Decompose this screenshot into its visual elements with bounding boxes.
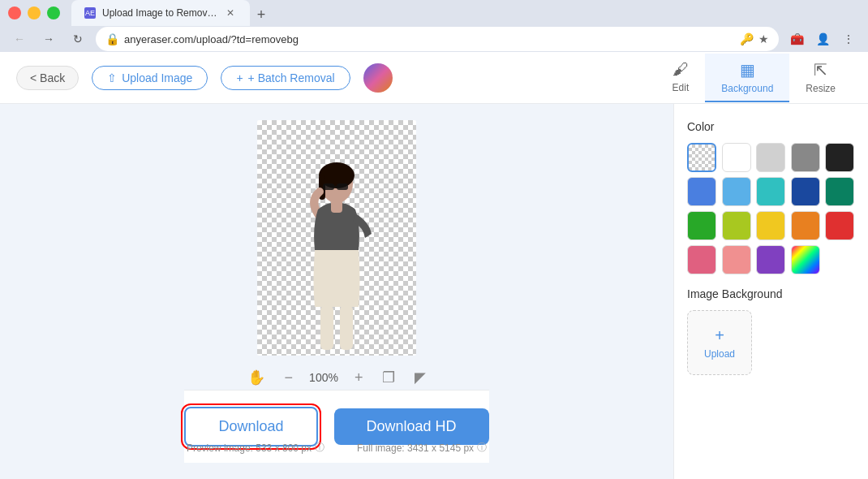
avatar[interactable] [363,63,393,93]
profile-button[interactable]: 👤 [811,28,834,50]
plus-icon: + [236,71,243,84]
background-label: Background [721,83,773,94]
image-background-section: Image Background + Upload [687,287,855,375]
color-yellow[interactable] [756,211,785,240]
svg-rect-7 [320,305,333,350]
upload-bg-text: Upload [704,348,735,360]
resize-tool[interactable]: ⇱ Resize [789,54,852,102]
color-skyblue[interactable] [722,177,751,206]
active-tab[interactable]: AE Upload Image to Remove Bg ✕ [71,0,250,26]
upload-image-button[interactable]: ⇧ Upload Image [92,66,208,90]
app-content: < Back ⇧ Upload Image + + Batch Removal … [0,52,868,479]
right-panel: Color [673,104,868,479]
zoom-level: 100% [309,371,338,384]
full-info: Full image: 3431 x 5145 px ⓘ [357,441,487,455]
background-icon: ▦ [740,60,755,80]
color-grid [687,143,855,274]
canvas-area: ✋ − 100% + ❐ ◤ Download Download HD Prev… [0,104,673,479]
svg-rect-3 [323,183,334,190]
preview-info-text: Preview image: 533 x 800 px [187,442,312,454]
svg-rect-6 [331,200,342,213]
tab-close-button[interactable]: ✕ [224,6,237,19]
full-info-icon: ⓘ [477,441,487,455]
browser-window: ✕ − □ AE Upload Image to Remove Bg ✕ + ←… [0,0,868,479]
upload-background-button[interactable]: + Upload [687,310,752,375]
nav-bar: ← → ↻ 🔒 anyeraser.com/upload/?td=removeb… [0,26,868,52]
svg-rect-4 [337,183,348,190]
color-black[interactable] [825,143,854,172]
upload-label: Upload Image [122,71,192,84]
color-lightgray[interactable] [756,143,785,172]
color-green[interactable] [687,211,716,240]
color-cornflower[interactable] [687,177,716,206]
new-tab-button[interactable]: + [250,3,273,26]
color-gray[interactable] [791,143,820,172]
maximize-window-button[interactable]: □ [47,6,60,19]
preview-info: Preview image: 533 x 800 px ⓘ [187,441,324,455]
edit-tool[interactable]: 🖌 Edit [656,54,706,102]
resize-label: Resize [806,83,836,94]
upload-icon: ⇧ [107,71,117,84]
tool-tabs: 🖌 Edit ▦ Background ⇱ Resize [656,54,852,102]
menu-button[interactable]: ⋮ [837,28,860,50]
canvas-toolbar: ✋ − 100% + ❐ ◤ [244,365,430,390]
forward-nav-button[interactable]: → [37,28,60,50]
split-view-button[interactable]: ◤ [411,365,429,390]
color-white[interactable] [722,143,751,172]
full-info-text: Full image: 3431 x 5145 px [357,442,474,454]
color-orange[interactable] [791,211,820,240]
bottom-bar: Download Download HD Preview image: 533 … [184,390,488,463]
resize-icon: ⇱ [814,60,827,80]
close-window-button[interactable]: ✕ [8,6,21,19]
color-red[interactable] [825,211,854,240]
upload-bg-icon: + [715,326,724,345]
batch-removal-button[interactable]: + + Batch Removal [221,66,350,90]
main-area: ✋ − 100% + ❐ ◤ Download Download HD Prev… [0,104,868,479]
title-bar: ✕ − □ AE Upload Image to Remove Bg ✕ + [0,0,868,26]
browser-actions: 🧰 👤 ⋮ [785,28,860,50]
batch-label: + Batch Removal [248,71,335,84]
canvas-background [257,120,416,356]
zoom-in-button[interactable]: + [351,366,367,390]
tab-bar: AE Upload Image to Remove Bg ✕ + [71,0,860,26]
color-lightpink[interactable] [722,245,751,274]
color-pink[interactable] [687,245,716,274]
tab-favicon: AE [84,7,96,19]
address-bar[interactable]: 🔒 anyeraser.com/upload/?td=removebg 🔑 ★ [96,27,779,51]
back-nav-button[interactable]: ← [8,28,31,50]
info-icon: ⓘ [315,441,324,455]
color-purple[interactable] [756,245,785,274]
image-container [257,120,416,356]
window-controls: ✕ − □ [8,6,60,19]
pan-tool-button[interactable]: ✋ [244,365,269,390]
background-tool[interactable]: ▦ Background [705,54,789,102]
svg-rect-8 [340,305,353,350]
color-section-title: Color [687,120,855,133]
person-image [284,161,389,356]
app-header: < Back ⇧ Upload Image + + Batch Removal … [0,52,868,104]
key-icon: 🔑 [740,32,754,45]
edit-label: Edit [672,82,690,93]
color-cyan[interactable] [756,177,785,206]
extensions-button[interactable]: 🧰 [785,28,808,50]
address-icons: 🔑 ★ [740,32,769,45]
color-yellowgreen[interactable] [722,211,751,240]
color-darkblue[interactable] [791,177,820,206]
color-teal[interactable] [825,177,854,206]
download-hd-button[interactable]: Download HD [334,408,489,445]
edit-icon: 🖌 [672,60,689,79]
minimize-window-button[interactable]: − [28,6,41,19]
url-text: anyeraser.com/upload/?td=removebg [124,33,735,45]
star-icon[interactable]: ★ [758,32,769,45]
zoom-out-button[interactable]: − [281,366,297,390]
tab-title: Upload Image to Remove Bg [102,7,217,19]
preview-text: Preview image: 533 x 800 px ⓘ Full image… [187,441,487,455]
fit-button[interactable]: ❐ [379,365,398,390]
color-transparent[interactable] [687,143,716,172]
color-gradient[interactable] [791,245,820,274]
image-bg-title: Image Background [687,287,855,300]
refresh-nav-button[interactable]: ↻ [67,28,89,50]
back-button[interactable]: < Back [16,66,79,90]
